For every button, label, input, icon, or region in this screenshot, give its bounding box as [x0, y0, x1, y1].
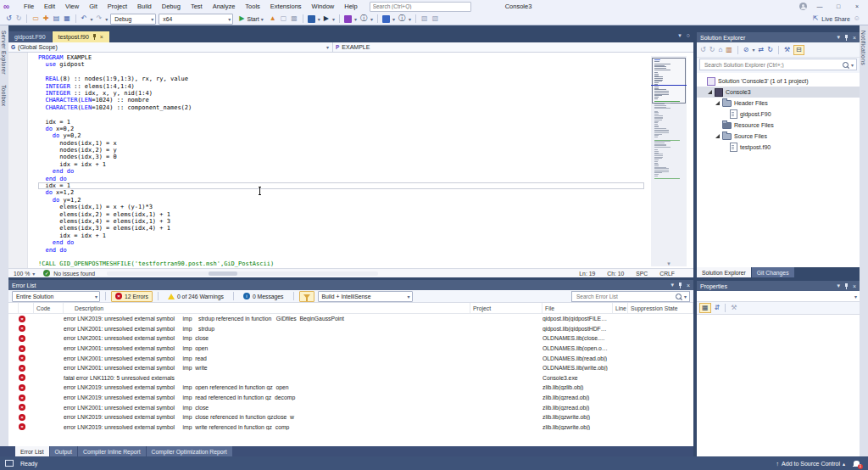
configuration-select[interactable]: Debug▾: [110, 14, 156, 25]
tree-item-header-files[interactable]: Header Files: [697, 98, 860, 109]
code-line[interactable]: do y=0,2: [38, 132, 644, 139]
zoom-level[interactable]: 100 %: [8, 271, 32, 277]
warnings-toggle-button[interactable]: 0 of 246 Warnings: [164, 291, 228, 302]
code-line[interactable]: do x=0,2: [38, 126, 644, 132]
maximize-button[interactable]: □: [832, 3, 844, 9]
messages-toggle-button[interactable]: i 0 Messages: [239, 291, 288, 302]
tree-item-resource-files[interactable]: Resource Files: [697, 120, 860, 131]
menu-help[interactable]: Help: [339, 3, 362, 10]
health-check-icon[interactable]: ✓: [43, 270, 50, 277]
pin-icon[interactable]: [678, 283, 682, 288]
tree-item-gidpost-f90[interactable]: gidpost.F90: [697, 109, 860, 120]
code-line[interactable]: INTEGER :: elems(1:4,1:4): [38, 83, 644, 90]
error-row[interactable]: ×error LNK2001: unresolved external symb…: [8, 363, 693, 373]
user-avatar[interactable]: [799, 3, 807, 10]
code-line[interactable]: end do: [38, 176, 644, 182]
show-all-files-icon[interactable]: ▢: [280, 14, 288, 23]
code-line[interactable]: elems(idx,4) = elems(idx,1) + 3: [38, 218, 644, 225]
eol-mode[interactable]: CRLF: [659, 271, 675, 277]
col-file[interactable]: File: [542, 303, 613, 313]
panel-tab-compiler-optimization-report[interactable]: Compiler Optimization Report: [147, 446, 232, 456]
col-severity[interactable]: [19, 303, 34, 313]
menu-window[interactable]: Window: [307, 3, 340, 10]
undo-icon[interactable]: ↶: [81, 14, 88, 23]
col-description[interactable]: Description: [64, 303, 470, 313]
navigate-back-icon[interactable]: ↺: [5, 14, 13, 23]
pin-icon[interactable]: [92, 34, 97, 40]
code-line[interactable]: INTEGER :: idx, x, y, nid(1:4): [38, 90, 644, 97]
error-row[interactable]: ×error LNK2001: unresolved external symb…: [8, 333, 693, 344]
undo-dropdown-icon[interactable]: ▾: [91, 16, 93, 22]
property-pages-icon[interactable]: ⚒: [731, 304, 737, 312]
menu-extensions[interactable]: Extensions: [265, 3, 307, 10]
col-suppression[interactable]: Suppression State: [628, 303, 693, 313]
code-line[interactable]: nodes(idx,3) = 0: [38, 154, 644, 160]
code-line[interactable]: idx = 1: [38, 119, 644, 126]
new-project-icon[interactable]: ▭: [31, 14, 40, 23]
error-row[interactable]: ×error LNK2019: unresolved external symb…: [8, 314, 693, 324]
error-row[interactable]: ×error LNK2001: unresolved external symb…: [8, 344, 693, 354]
panel-tab-output[interactable]: Output: [50, 446, 77, 456]
code-line[interactable]: elems(idx,2) = elems(idx,1) + 1: [38, 211, 644, 218]
tree-item-console3[interactable]: Console3: [697, 87, 860, 98]
expander-icon[interactable]: [715, 101, 720, 105]
indent-mode[interactable]: SPC: [636, 271, 648, 277]
errors-toggle-button[interactable]: × 12 Errors: [111, 291, 153, 302]
col-line[interactable]: Line: [613, 303, 628, 313]
error-row[interactable]: ×error LNK2019: unresolved external symb…: [8, 412, 693, 422]
window-position-icon[interactable]: ▾: [837, 283, 840, 289]
code-line[interactable]: nodes(idx,2) = y: [38, 147, 644, 154]
help-icon[interactable]: ⓘ: [359, 14, 368, 23]
close-button[interactable]: ×: [851, 3, 863, 9]
close-panel-icon[interactable]: ×: [687, 283, 690, 288]
code-line[interactable]: CHARACTER(LEN=1024) :: component_names(2…: [38, 104, 644, 111]
navigate-forward-icon[interactable]: ↻: [15, 14, 23, 23]
properties-tool-icon[interactable]: ⚒: [784, 46, 790, 54]
error-scope-select[interactable]: Entire Solution▾: [12, 291, 100, 302]
code-line[interactable]: do x=1,2: [38, 189, 644, 196]
minimize-button[interactable]: —: [814, 3, 826, 9]
col-code[interactable]: Code: [34, 303, 64, 313]
menu-tools[interactable]: Tools: [240, 3, 265, 10]
side-tab-server-explorer[interactable]: Server Explorer: [0, 25, 8, 80]
error-row[interactable]: ×error LNK2001: unresolved external symb…: [8, 324, 693, 334]
health-label[interactable]: No issues found: [50, 271, 95, 277]
error-row[interactable]: ×error LNK2019: unresolved external symb…: [8, 383, 693, 393]
menu-edit[interactable]: Edit: [39, 3, 60, 10]
source-filter-select[interactable]: Build + IntelliSense▾: [318, 291, 413, 302]
code-line[interactable]: nodes(idx,1) = x: [38, 140, 644, 147]
save-all-icon[interactable]: ▦: [63, 14, 71, 23]
close-panel-icon[interactable]: ×: [853, 283, 856, 289]
feedback-icon[interactable]: ☺: [853, 14, 861, 23]
panel-tab-compiler-inline-report[interactable]: Compiler Inline Report: [78, 446, 146, 456]
filter-button[interactable]: [299, 291, 314, 302]
compare-icon[interactable]: [382, 15, 390, 23]
window-position-icon[interactable]: ▾: [837, 34, 840, 41]
redo-icon[interactable]: ↷: [96, 14, 103, 23]
start-debugging-button[interactable]: ▶ Start ▾: [236, 14, 266, 23]
info-icon[interactable]: ⓘ: [398, 14, 406, 23]
code-line[interactable]: do y=1,2: [38, 197, 644, 204]
menu-test[interactable]: Test: [186, 3, 208, 10]
add-item-icon[interactable]: ✚: [42, 14, 50, 23]
code-line[interactable]: use gidpost: [38, 61, 644, 68]
alphabetical-icon[interactable]: ⇵: [715, 304, 721, 312]
horizontal-scrollbar[interactable]: [107, 271, 378, 276]
code-line[interactable]: elems(idx,3) = elems(idx,4) + 1: [38, 225, 644, 232]
quick-search-input[interactable]: [370, 2, 471, 12]
col-project[interactable]: Project: [470, 303, 542, 313]
window-position-icon[interactable]: ▾: [670, 282, 674, 288]
home-icon[interactable]: ⌂: [718, 46, 722, 54]
menu-view[interactable]: View: [60, 3, 84, 10]
error-search-box[interactable]: ▾: [571, 291, 690, 302]
code-line[interactable]: [38, 69, 644, 76]
notifications-bell-button[interactable]: 1: [854, 461, 860, 467]
scroll-down-icon[interactable]: ▼: [651, 261, 687, 266]
error-row[interactable]: ×error LNK2001: unresolved external symb…: [8, 353, 693, 363]
switch-views-icon[interactable]: ▥: [726, 46, 732, 54]
document-tab-gidpost-f90[interactable]: gidpost.F90: [8, 31, 52, 42]
side-tab-notifications[interactable]: Notifications: [860, 25, 867, 70]
code-line[interactable]: elems(idx,1) = x + (y-1)*3: [38, 204, 644, 210]
close-panel-icon[interactable]: ×: [853, 35, 856, 41]
code-line[interactable]: end do: [38, 168, 644, 175]
